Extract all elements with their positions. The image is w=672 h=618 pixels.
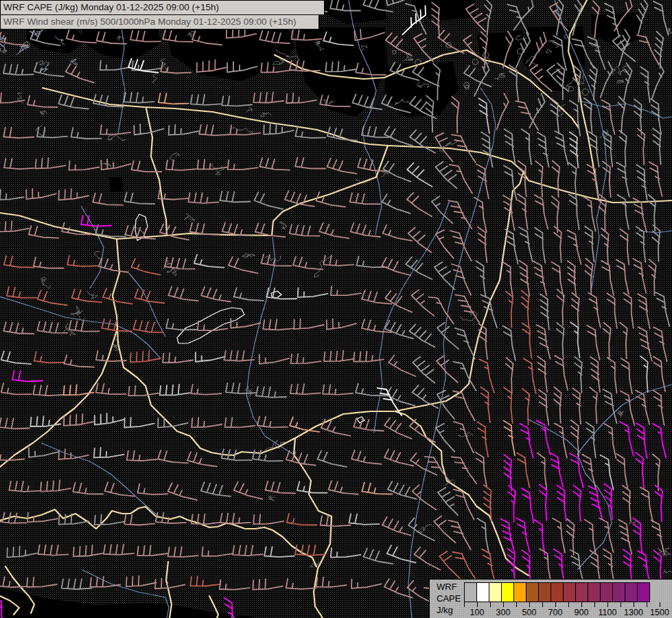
legend-tick [477,602,478,607]
legend-box [526,582,539,602]
cape-legend: WRF CAPE J/kg 10030050070090011001300150… [429,579,672,618]
legend-box [637,582,650,602]
legend-box [538,582,551,602]
map-canvas [0,0,672,618]
legend-box [625,582,638,602]
legend-tick [607,602,608,607]
legend-tick [529,602,530,607]
weather-map-app: WRF CAPE (J/kg) Monday 01-12-2025 09:00 … [0,0,672,618]
legend-tick [555,602,556,607]
legend-color-scale [464,582,649,602]
legend-tick-label: 1500 [650,608,669,617]
legend-box [476,582,489,602]
legend-tick-label: 300 [496,608,511,617]
legend-tick [490,602,491,607]
legend-tick [542,602,543,607]
legend-box [600,582,613,602]
legend-tick [647,602,647,607]
legend-box [588,582,601,602]
title-bar-windshear: WRF Wind shear (m/s) 500/1000hPa Monday … [0,14,319,30]
legend-tick-label: 1300 [624,608,643,617]
legend-box [501,582,514,602]
legend-box [513,582,526,602]
legend-tick [464,602,465,607]
legend-tick [634,602,634,607]
legend-tick-label: 900 [575,608,589,617]
legend-label-unit: J/kg [437,605,453,615]
legend-box [551,582,564,602]
legend-box [489,582,502,602]
legend-box [612,582,625,602]
title-cape-text: WRF CAPE (J/kg) Monday 01-12-2025 09:00 … [3,2,219,12]
legend-box [575,582,588,602]
legend-tick-label: 100 [470,608,485,617]
legend-tick [516,602,517,607]
title-windshear-text: WRF Wind shear (m/s) 500/1000hPa Monday … [3,16,297,27]
legend-box [464,582,477,602]
legend-tick [581,602,582,607]
legend-tick [568,602,569,607]
legend-label-wrf: WRF [437,582,457,592]
legend-tick [660,602,660,607]
title-bar-cape: WRF CAPE (J/kg) Monday 01-12-2025 09:00 … [0,0,325,15]
legend-label-cape: CAPE [437,593,461,604]
legend-tick-label: 1100 [599,608,617,617]
legend-tick-label: 500 [522,608,537,617]
legend-tick-label: 700 [548,608,563,617]
legend-tick [594,602,595,607]
legend-tick [621,602,621,607]
legend-tick [503,602,504,607]
legend-box [563,582,576,602]
